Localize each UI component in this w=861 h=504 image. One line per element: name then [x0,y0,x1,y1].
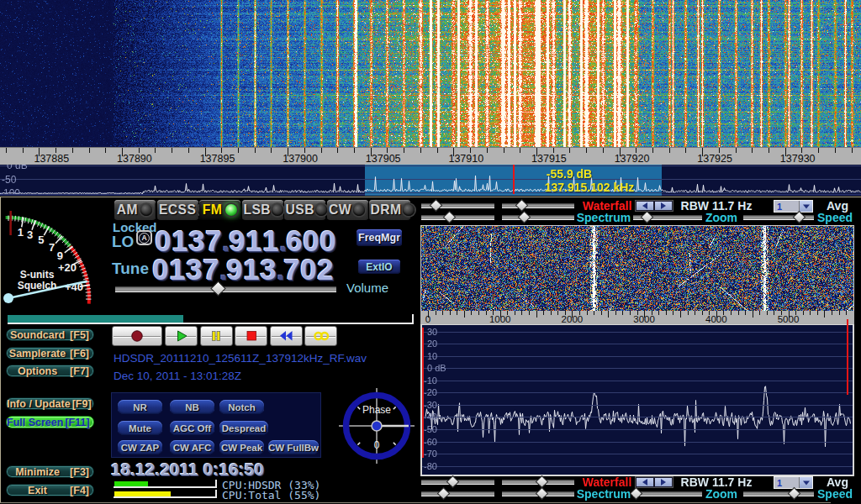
speed-slider-thumb[interactable] [788,487,801,501]
rf-scale-tick [769,148,769,153]
rf-scale-tick [504,148,504,153]
speed-slider-track[interactable] [743,491,814,496]
dsp-button-mute[interactable]: Mute [118,421,162,435]
wf-shift-left[interactable] [637,202,653,210]
rf-spectrum-trace [0,165,861,196]
af-db-label: -20 [424,387,437,397]
wf-brightness-thumb[interactable] [430,199,443,213]
wf-contrast-thumb[interactable] [515,199,529,213]
wf-shift-right[interactable] [655,202,672,210]
menu-button-info-update[interactable]: Info / Update[F9] [6,397,94,410]
af-waterfall-display[interactable] [420,225,854,312]
squelch-level-bar[interactable] [8,314,414,324]
sp-brightness-thumb[interactable] [443,211,457,224]
wf-shift-right[interactable] [655,478,672,486]
menu-button-label: Exit [7,485,68,496]
menu-button-label: Samplerate [7,348,68,360]
stop-icon [243,328,259,344]
af-spectrum-display[interactable]: 3020100 dB-10-20-30-40-50-60-70-80 [420,324,854,476]
rf-scale-label: 137910 [448,153,483,165]
record-button[interactable] [112,326,162,346]
menu-button-label: Options [7,365,68,377]
freqmgr-button[interactable]: FreqMgr [357,229,402,246]
mode-button-drm[interactable]: DRM [369,200,410,220]
menu-button-samplerate[interactable]: Samplerate[F6] [6,347,94,360]
rf-scale-tick [271,148,272,153]
dsp-button-nb[interactable]: NB [170,400,214,414]
wf-brightness-thumb[interactable] [446,475,460,489]
af-scale-tick [457,311,457,315]
wf-contrast-thumb[interactable] [536,475,549,489]
dsp-button-cw-zap[interactable]: CW ZAP [118,440,162,454]
wf-shift-left[interactable] [637,478,653,486]
zoom-slider-thumb[interactable] [630,487,643,501]
mode-button-usb[interactable]: USB [284,200,325,220]
avg-combo[interactable]: 1 [774,200,813,213]
af-scale-tick [515,311,515,315]
sp-contrast-track[interactable] [502,215,574,220]
af-frequency-scale[interactable]: 010002000300040005000 [420,311,854,324]
pause-button[interactable] [200,326,233,346]
cpu-hdsdr-bar [114,480,217,488]
dsp-button-agc-off[interactable]: AGC Off [170,421,214,435]
play-icon [173,328,189,344]
menu-button-full-screen[interactable]: Full Screen[F11] [6,416,94,428]
play-button[interactable] [165,326,198,346]
dsp-button-despread[interactable]: Despread [219,421,268,435]
dsp-button-cw-peak[interactable]: CW Peak [219,440,264,454]
s-meter[interactable]: 13579+20+40S-unitsSquelch [0,198,109,311]
tune-frequency-value[interactable]: 0137.913.702 [152,253,334,286]
rf-scale-tick [603,148,604,153]
af-waterfall-canvas [421,226,853,311]
phase-dial[interactable]: Phase0 [335,384,419,468]
sp-brightness-track[interactable] [421,215,494,220]
phase-label: Phase [362,404,391,416]
menu-button-key: [F4] [68,485,93,496]
menu-button-options[interactable]: Options[F7] [6,365,94,377]
af-scale-tick [478,311,479,315]
avg-combo-dropdown-button[interactable] [799,201,812,212]
stop-button[interactable] [235,326,267,346]
zoom-slider-thumb[interactable] [641,211,654,224]
mode-button-fm[interactable]: FM [199,200,240,220]
menu-button-key: [F6] [68,348,93,360]
wf-contrast-track[interactable] [502,203,574,208]
rf-cursor-freq-readout: 137.915.102 kHz [545,181,635,194]
mode-button-cw[interactable]: CW [327,200,368,220]
phase-tick [394,443,396,445]
cpu-hdsdr-fill [114,481,148,486]
sp-brightness-thumb[interactable] [437,487,451,501]
extio-button[interactable]: ExtIO [358,260,400,274]
s-meter-scale-label: 7 [49,241,55,254]
mode-button-am[interactable]: AM [114,200,156,220]
speed-slider-thumb[interactable] [792,211,806,224]
af-scale-tick [486,311,487,315]
rewind-button[interactable] [270,326,303,346]
dsp-button-cw-afc[interactable]: CW AFC [170,440,214,454]
af-spectrum-trace [422,325,853,475]
mode-button-lsb[interactable]: LSB [242,200,283,220]
rf-spectrum-display[interactable]: 0 dB -50 -100 -55.9 dB 137.915.102 kHz [0,165,861,196]
sp-brightness-track[interactable] [421,491,494,496]
rf-waterfall-display[interactable] [0,0,861,147]
af-scale-tick [745,311,746,315]
menu-button-minimize[interactable]: Minimize[F3] [6,465,94,478]
avg-combo-dropdown-button[interactable] [799,477,812,488]
dsp-button-nr[interactable]: NR [118,400,162,414]
lo-auto-lock-button[interactable]: A [136,230,152,245]
menu-button-soundcard[interactable]: Soundcard[F5] [6,328,94,341]
volume-slider-track[interactable] [115,286,336,292]
dsp-button-cw-fullbw[interactable]: CW FullBw [268,440,319,454]
rf-scale-tick [719,148,720,153]
sp-contrast-thumb[interactable] [518,211,531,224]
mode-button-ecss[interactable]: ECSS [157,200,198,220]
loop-button[interactable] [304,326,337,346]
af-db-label: -30 [424,400,437,410]
rf-scale-label: 137895 [200,153,235,165]
zoom-slider-track[interactable] [633,491,702,496]
rf-frequency-scale[interactable]: 1378851378901378951379001379051379101379… [0,147,861,165]
rf-scale-tick [437,148,438,153]
dsp-button-notch[interactable]: Notch [219,400,264,414]
menu-button-exit[interactable]: Exit[F4] [6,484,94,496]
sp-contrast-thumb[interactable] [536,487,549,501]
